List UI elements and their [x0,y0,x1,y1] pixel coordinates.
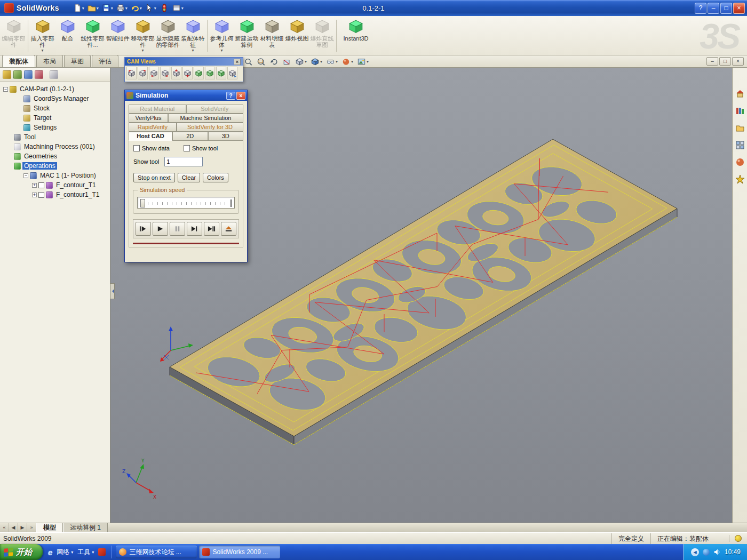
new-document-button[interactable]: ▾ [72,2,85,14]
custom-properties-icon[interactable] [734,173,746,185]
view-cam-home-icon[interactable] [227,67,237,79]
help-button[interactable]: ? [695,3,706,14]
tree-item-coordsys-manager[interactable]: CoordSys Manager [0,94,110,103]
tree-item-tool[interactable]: Tool [0,132,110,142]
doc-close-button[interactable]: × [732,57,744,66]
ribbon-button-assembly-features[interactable]: 装配体特征 ▾ [180,17,205,54]
tree-item-cam-part[interactable]: − CAM-Part (0.1-2-1) [0,84,110,94]
next-operation-button[interactable] [204,222,219,236]
simulation-titlebar[interactable]: Simulation ? × [125,90,247,101]
tree-item-machining-process[interactable]: Machining Process (001) [0,142,110,151]
colors-button[interactable]: Colors [203,173,228,182]
view-y-minus-icon[interactable] [160,67,170,79]
section-view-icon[interactable] [281,57,292,67]
view-iso-front-icon[interactable] [205,67,215,79]
prev-tab-button[interactable]: ◀ [9,523,18,532]
tab-sketch[interactable]: 草图 [64,55,91,67]
quick-tip-icon[interactable] [735,535,742,542]
first-tab-button[interactable]: « [0,523,9,532]
edit-appearance-icon[interactable]: ▾ [340,57,354,67]
ribbon-button-insert-component[interactable]: 插入零部件 ▾ [30,17,55,54]
print-button[interactable]: ▾ [115,2,129,14]
tab-solidverify-for-3d[interactable]: SolidVerify for 3D [177,123,243,132]
dropdown-arrow-icon[interactable]: ▾ [336,60,338,63]
collapse-icon[interactable]: − [23,173,28,178]
view-iso-xyz-icon[interactable] [194,67,204,79]
tree-item-f-contour1-t1[interactable]: + F_contour1_T1 [0,190,110,199]
featuremanager-tab-icon[interactable] [3,70,11,79]
solidworks-quicklaunch-icon[interactable] [98,548,106,556]
tray-volume-icon[interactable] [713,548,721,556]
previous-view-icon[interactable] [268,57,280,67]
task-button-forum[interactable]: 三维网技术论坛 ... [116,546,197,558]
ribbon-button-show-hidden-components[interactable]: 显示隐藏的零部件 [155,17,180,54]
file-explorer-icon[interactable] [734,122,746,134]
tree-item-operations[interactable]: Operations [0,161,110,171]
collapse-icon[interactable]: − [3,87,8,92]
ribbon-button-smart-fasteners[interactable]: 智能扣件 [105,17,130,54]
tab-motion-study-1[interactable]: 运动算例 1 [63,523,108,532]
tree-item-target[interactable]: Target [0,113,110,123]
tools-toolbar[interactable]: 工具 ▾ [77,548,94,557]
task-button-solidworks[interactable]: SolidWorks 2009 ... [199,546,280,558]
dropdown-arrow-icon[interactable]: ▾ [320,60,322,63]
show-tool-input[interactable] [164,157,203,166]
start-button[interactable]: 开始 [0,544,43,560]
ribbon-button-move-component[interactable]: 移动零部件 ▾ [130,17,155,54]
show-data-checkbox[interactable] [133,145,140,151]
select-button[interactable]: ▾ [144,2,157,14]
tab-host-cad[interactable]: Host CAD [129,132,172,141]
ribbon-button-instant3d[interactable]: Instant3D [338,17,374,54]
doc-minimize-button[interactable]: – [706,57,718,66]
view-palette-icon[interactable] [734,139,746,151]
cam-views-close-button[interactable]: × [234,59,241,65]
tree-item-geometries[interactable]: Geometries [0,151,110,161]
tab-3d[interactable]: 3D [208,132,244,141]
network-toolbar[interactable]: 网络 ▾ [57,548,73,557]
ribbon-button-explode-line-sketch[interactable]: 爆炸直线草图 [309,17,335,54]
tab-verifyplus[interactable]: VerifyPlus [129,114,168,123]
view-iso-back-icon[interactable] [216,67,226,79]
next-tab-button[interactable]: ▶ [18,523,27,532]
ribbon-button-edit-component[interactable]: 编辑零部件 [1,17,26,54]
dropdown-arrow-icon[interactable]: ▾ [367,60,369,63]
displaymanager-tab-icon[interactable] [50,70,58,79]
play-button[interactable] [153,222,168,236]
dropdown-arrow-icon[interactable]: ▾ [82,6,84,11]
view-y-plus-icon[interactable] [149,67,159,79]
ribbon-button-new-motion-study[interactable]: 新建运动算例 [234,17,259,54]
design-library-icon[interactable] [734,105,746,117]
dropdown-arrow-icon[interactable]: ▾ [71,550,73,555]
open-document-button[interactable]: ▾ [86,2,100,14]
dropdown-arrow-icon[interactable]: ▾ [97,6,99,11]
dropdown-arrow-icon[interactable]: ▾ [141,49,144,52]
configurationmanager-tab-icon[interactable] [24,70,33,79]
close-button[interactable]: × [733,3,745,14]
doc-restore-button[interactable]: □ [719,57,731,66]
view-settings-button[interactable]: ▾ [171,2,185,14]
display-style-icon[interactable]: ▾ [309,57,323,67]
view-x-minus-icon[interactable] [138,67,148,79]
restore-button[interactable]: □ [720,3,732,14]
dropdown-arrow-icon[interactable]: ▾ [351,60,353,63]
apply-scene-icon[interactable]: ▾ [356,57,370,67]
show-tool-checkbox-row[interactable]: Show tool [184,145,218,151]
tab-rapidverify[interactable]: RapidVerify [129,123,177,132]
zoom-fit-icon[interactable] [243,57,254,67]
tab-layout[interactable]: 布局 [36,55,63,67]
dropdown-arrow-icon[interactable]: ▾ [140,6,142,11]
undo-button[interactable]: ▾ [130,2,143,14]
solidworks-resources-icon[interactable] [734,88,746,100]
ribbon-button-mate[interactable]: 配合 [55,17,80,54]
view-z-plus-icon[interactable] [171,67,181,79]
slider-thumb[interactable] [140,199,145,207]
stop-on-next-button[interactable]: Stop on next [133,173,175,182]
tab-assembly[interactable]: 装配体 [2,55,35,67]
hide-show-items-icon[interactable]: ▾ [325,57,339,67]
hide-tray-icons-button[interactable]: ◀ [691,548,699,556]
clear-button[interactable]: Clear [178,173,200,182]
operation-checkbox[interactable] [38,192,44,198]
view-x-plus-icon[interactable] [126,67,137,79]
simulation-help-button[interactable]: ? [226,92,235,100]
tab-solidverify[interactable]: SolidVerify [186,105,244,114]
